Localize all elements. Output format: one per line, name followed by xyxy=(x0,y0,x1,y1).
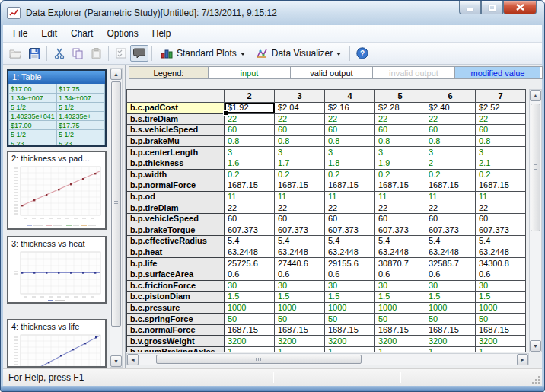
column-header-5[interactable]: 5 xyxy=(375,90,425,103)
table-cell[interactable]: 11 xyxy=(425,191,476,202)
table-cell[interactable]: 1.5 xyxy=(375,292,425,303)
row-label-b.p.centerLength[interactable]: b.p.centerLength xyxy=(127,147,225,158)
table-cell[interactable]: 0.2 xyxy=(225,169,275,180)
standard-plots-button[interactable]: Standard Plots xyxy=(155,46,250,60)
row-label-b.c.normalForce[interactable]: b.c.normalForce xyxy=(127,324,225,336)
table-cell[interactable]: 22 xyxy=(225,202,275,214)
table-cell[interactable]: 50 xyxy=(275,314,325,325)
table-cell[interactable]: 50 xyxy=(325,314,375,325)
table-cell[interactable]: 1.7 xyxy=(275,158,325,169)
menu-item-edit[interactable]: Edit xyxy=(34,26,64,41)
menu-item-options[interactable]: Options xyxy=(100,26,145,41)
column-header-7[interactable]: 7 xyxy=(476,90,526,103)
scroll-down-icon[interactable]: ▼ xyxy=(110,355,122,367)
table-cell[interactable]: 30 xyxy=(375,280,425,292)
table-cell[interactable]: 1687.15 xyxy=(476,324,526,336)
table-cell[interactable]: 60 xyxy=(375,213,425,225)
row-label-b.p.vehicleSpeed[interactable]: b.p.vehicleSpeed xyxy=(127,213,225,225)
table-cell[interactable]: 1687.15 xyxy=(425,180,476,192)
table-cell[interactable]: 3200 xyxy=(375,336,425,347)
table-cell[interactable]: 22 xyxy=(275,202,325,214)
copy-button[interactable] xyxy=(69,45,87,62)
table-cell[interactable]: 607.373 xyxy=(225,225,275,236)
table-cell[interactable]: 11 xyxy=(476,191,526,202)
table-cell[interactable]: 22 xyxy=(425,113,476,125)
cut-button[interactable] xyxy=(50,45,69,62)
table-cell[interactable]: 1.5 xyxy=(325,292,375,303)
table-cell[interactable]: 1.9 xyxy=(375,158,425,169)
table-cell[interactable]: 3 xyxy=(375,147,425,158)
table-cell[interactable]: 1687.15 xyxy=(225,180,275,192)
open-button[interactable] xyxy=(7,45,25,62)
table-cell[interactable]: 1 xyxy=(476,347,526,352)
table-cell[interactable]: 22 xyxy=(375,202,425,214)
close-button[interactable] xyxy=(503,1,537,14)
table-cell[interactable]: 2.1 xyxy=(476,158,526,169)
maximize-button[interactable] xyxy=(481,1,503,14)
table-cell[interactable]: 63.2448 xyxy=(325,247,375,258)
table-cell[interactable]: 3200 xyxy=(476,336,526,347)
table-cell[interactable]: 607.373 xyxy=(275,225,325,236)
column-header-6[interactable]: 6 xyxy=(425,90,476,103)
column-header-4[interactable]: 4 xyxy=(325,90,375,103)
help-button[interactable]: ? xyxy=(353,45,371,62)
resize-grip-icon[interactable] xyxy=(531,375,540,384)
table-cell[interactable]: 5.4 xyxy=(225,236,275,247)
row-label-b.p.surfaceArea[interactable]: b.p.surfaceArea xyxy=(127,269,225,280)
row-label-b.p.thickness[interactable]: b.p.thickness xyxy=(127,158,225,169)
table-cell[interactable]: $1.92 xyxy=(225,103,275,114)
table-cell[interactable]: 60 xyxy=(275,213,325,225)
table-cell[interactable]: 1687.15 xyxy=(275,324,325,336)
table-cell[interactable]: $2.04 xyxy=(275,103,325,114)
table-cell[interactable]: 1687.15 xyxy=(275,180,325,192)
table-cell[interactable]: 1.5 xyxy=(425,292,476,303)
table-cell[interactable]: 22 xyxy=(476,202,526,214)
table-cell[interactable]: 0.6 xyxy=(325,269,375,280)
table-cell[interactable]: 1.5 xyxy=(275,292,325,303)
table-cell[interactable]: 30870.7 xyxy=(375,258,425,269)
table-cell[interactable]: 11 xyxy=(325,191,375,202)
table-cell[interactable]: 34300.8 xyxy=(476,258,526,269)
table-cell[interactable]: 3 xyxy=(275,147,325,158)
table-cell[interactable]: 1 xyxy=(325,347,375,352)
table-cell[interactable]: 1000 xyxy=(325,302,375,314)
table-cell[interactable]: 607.373 xyxy=(325,225,375,236)
table-cell[interactable]: $2.28 xyxy=(375,103,425,114)
table-hscroll-thumb[interactable] xyxy=(156,355,362,364)
table-cell[interactable]: 0.2 xyxy=(275,169,325,180)
table-cell[interactable]: 607.373 xyxy=(476,225,526,236)
table-cell[interactable]: 1687.15 xyxy=(325,324,375,336)
table-cell[interactable]: 607.373 xyxy=(375,225,425,236)
table-cell[interactable]: 5.4 xyxy=(375,236,425,247)
table-cell[interactable]: 607.373 xyxy=(425,225,476,236)
table-cell[interactable]: 60 xyxy=(275,125,325,136)
table-cell[interactable]: 0.6 xyxy=(476,269,526,280)
table-cell[interactable]: 0.2 xyxy=(476,169,526,180)
table-cell[interactable]: 3200 xyxy=(425,336,476,347)
table-vscroll-thumb[interactable] xyxy=(531,104,540,231)
table-cell[interactable]: 5.4 xyxy=(476,236,526,247)
table-cell[interactable]: 30 xyxy=(225,280,275,292)
table-cell[interactable]: 22 xyxy=(275,113,325,125)
table-cell[interactable]: 63.2448 xyxy=(275,247,325,258)
paste-button[interactable] xyxy=(87,45,105,62)
menu-item-chart[interactable]: Chart xyxy=(64,26,100,41)
table-cell[interactable]: 0.2 xyxy=(425,169,476,180)
thumbnail-thickness-vs-heat[interactable]: 3: thickness vs heat xyxy=(7,236,107,304)
table-cell[interactable]: 32585.7 xyxy=(425,258,476,269)
table-cell[interactable]: 1000 xyxy=(425,302,476,314)
table-cell[interactable]: 30 xyxy=(325,280,375,292)
row-label-b.p.effectiveRadius[interactable]: b.p.effectiveRadius xyxy=(127,236,225,247)
table-cell[interactable]: 5.4 xyxy=(425,236,476,247)
table-cell[interactable]: 3 xyxy=(425,147,476,158)
table-cell[interactable]: 60 xyxy=(325,213,375,225)
table-cell[interactable]: 0.8 xyxy=(375,135,425,147)
thumbnail-table[interactable]: 1: Table $17.00$17.751.34e+0071.34e+0075… xyxy=(7,69,107,147)
table-cell[interactable]: 1 xyxy=(225,347,275,352)
row-label-b.p.life[interactable]: b.p.life xyxy=(127,258,225,269)
table-cell[interactable]: 60 xyxy=(476,213,526,225)
table-cell[interactable]: 0.6 xyxy=(425,269,476,280)
table-cell[interactable]: 60 xyxy=(225,125,275,136)
table-cell[interactable]: 30 xyxy=(425,280,476,292)
table-cell[interactable]: 50 xyxy=(425,314,476,325)
